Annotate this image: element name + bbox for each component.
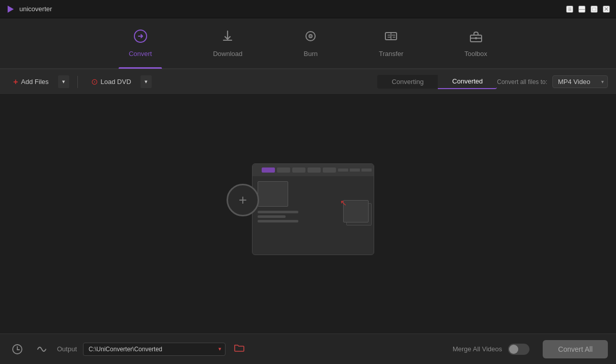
convert-icon — [133, 29, 148, 47]
svg-marker-0 — [8, 6, 14, 13]
load-dvd-dropdown-button[interactable]: ▾ — [141, 75, 152, 88]
win-line-1 — [258, 211, 298, 213]
add-files-circle[interactable]: + — [227, 184, 259, 216]
empty-state: + — [237, 163, 379, 265]
bottombar: Output ▾ Merge All Videos Convert All — [0, 333, 616, 364]
toolbar-center: Converting Converted — [377, 74, 497, 89]
nav-label-toolbox: Toolbox — [464, 50, 487, 58]
navbar: Convert Download Burn — [0, 18, 616, 69]
nav-label-burn: Burn — [304, 50, 318, 58]
window-titlebar — [253, 164, 374, 176]
load-dvd-label: Load DVD — [101, 78, 131, 86]
win-tab-3 — [307, 167, 321, 173]
minimize-button[interactable]: — — [578, 6, 585, 13]
add-files-button[interactable]: + Add Files — [8, 74, 54, 90]
add-files-dropdown-button[interactable]: ▾ — [58, 75, 69, 88]
win-tab-2 — [292, 167, 305, 173]
win-tab-1 — [277, 167, 290, 173]
nav-label-download: Download — [213, 50, 242, 58]
win-tab-active — [262, 167, 275, 173]
win-right: ↖ — [343, 200, 369, 222]
download-icon — [220, 29, 235, 47]
output-path-input[interactable] — [83, 343, 226, 356]
toolbox-icon — [469, 29, 483, 47]
win-ctrl-3 — [361, 169, 372, 172]
convert-all-files-label: Convert all files to: — [497, 78, 547, 86]
nav-label-convert: Convert — [129, 50, 152, 58]
format-dropdown-wrapper: MP4 Video MKV Video AVI Video MOV Video … — [552, 75, 608, 88]
main-content: + — [0, 95, 616, 333]
nav-item-transfer[interactable]: Transfer — [369, 24, 413, 63]
format-select[interactable]: MP4 Video MKV Video AVI Video MOV Video … — [552, 75, 608, 88]
converting-tab[interactable]: Converting — [377, 75, 438, 89]
output-label: Output — [57, 345, 77, 353]
merge-toggle[interactable] — [508, 344, 529, 355]
load-dvd-button[interactable]: ⊙ Load DVD — [86, 74, 136, 90]
win-tabs — [262, 167, 336, 173]
svg-point-4 — [310, 36, 311, 37]
nav-item-toolbox[interactable]: Toolbox — [454, 24, 497, 63]
nav-item-download[interactable]: Download — [203, 24, 253, 63]
toolbar-divider — [77, 76, 78, 88]
history-button[interactable] — [8, 340, 26, 358]
win-ctrl-1 — [338, 169, 348, 172]
titlebar-left: unicoverter — [6, 5, 52, 14]
convert-all-button[interactable]: Convert All — [543, 340, 608, 358]
win-ctrl-2 — [350, 169, 360, 172]
nav-label-transfer: Transfer — [379, 50, 403, 58]
svg-rect-7 — [475, 37, 477, 39]
converted-tab[interactable]: Converted — [438, 74, 497, 89]
burn-icon — [303, 29, 318, 47]
app-logo-icon — [6, 5, 15, 14]
menu-button[interactable]: ≡ — [566, 6, 573, 13]
close-button[interactable]: ✕ — [603, 6, 610, 13]
window-mockup: ↖ — [252, 163, 374, 255]
plus-icon: + — [13, 77, 18, 87]
toolbar: + Add Files ▾ ⊙ Load DVD ▾ Converting Co… — [0, 69, 616, 95]
open-folder-button[interactable] — [234, 343, 245, 355]
add-files-label: Add Files — [21, 78, 48, 86]
toggle-knob — [509, 345, 518, 354]
app-name: unicoverter — [19, 5, 52, 13]
win-controls — [338, 169, 372, 172]
win-line-2 — [258, 215, 286, 218]
win-line-3 — [258, 220, 298, 222]
circle-plus-icon: + — [239, 193, 247, 207]
cursor-icon: ↖ — [340, 198, 347, 208]
drop-illustration: + — [237, 163, 379, 265]
win-thumbnail — [258, 181, 288, 207]
toolbar-right: Convert all files to: MP4 Video MKV Vide… — [497, 75, 608, 88]
win-tab-4 — [323, 167, 336, 173]
nav-item-burn[interactable]: Burn — [293, 24, 328, 63]
win-lines — [258, 211, 298, 222]
merge-label: Merge All Videos — [453, 345, 502, 353]
dvd-icon: ⊙ — [91, 77, 98, 87]
output-path-wrapper: ▾ — [83, 343, 226, 356]
titlebar-controls: ≡ — □ ✕ — [566, 6, 610, 13]
transfer-icon — [384, 29, 398, 47]
maximize-button[interactable]: □ — [591, 6, 598, 13]
win-left — [258, 181, 298, 222]
speed-button[interactable] — [33, 340, 51, 358]
win-card — [343, 200, 369, 222]
toolbar-left: + Add Files ▾ ⊙ Load DVD ▾ — [8, 74, 377, 90]
titlebar: unicoverter ≡ — □ ✕ — [0, 0, 616, 18]
nav-item-convert[interactable]: Convert — [119, 24, 162, 63]
window-body: ↖ — [253, 176, 374, 228]
